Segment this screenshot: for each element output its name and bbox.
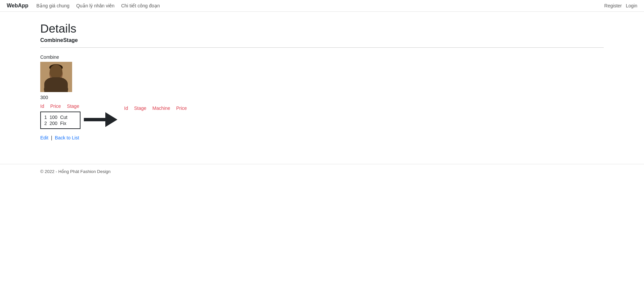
arrow-container [84, 113, 117, 126]
content-area: Combine [40, 54, 604, 140]
stage-price-1: 100 [50, 114, 60, 120]
stage-id-1: 1 [44, 114, 50, 120]
table-row: 2 200 Fix [44, 120, 70, 126]
svg-point-5 [52, 73, 54, 74]
nav-auth: Register Login [604, 3, 637, 8]
right-header-stage: Stage [134, 105, 147, 111]
nav-bang-gia-chung[interactable]: Bảng giá chung [37, 3, 70, 8]
combine-label: Combine [40, 54, 604, 60]
divider [40, 47, 604, 48]
action-links: Edit | Back to List [40, 135, 604, 140]
svg-rect-2 [54, 77, 59, 82]
header-stage: Stage [67, 103, 79, 109]
svg-marker-9 [56, 81, 65, 92]
stage-price-2: 200 [50, 120, 60, 126]
footer: © 2022 - Hồng Phát Fashion Design [0, 164, 644, 179]
register-link[interactable]: Register [604, 3, 622, 8]
svg-point-6 [58, 73, 60, 74]
stage-id-2: 2 [44, 120, 50, 126]
header-id: Id [40, 103, 44, 109]
page-title: Details [40, 22, 604, 35]
right-red-headers: Id Stage Machine Price [124, 105, 187, 111]
svg-point-4 [49, 64, 63, 71]
combine-image [40, 62, 72, 92]
svg-marker-8 [47, 81, 56, 92]
right-header-price: Price [176, 105, 187, 111]
right-header-id: Id [124, 105, 128, 111]
nav-quan-ly-nhan-vien[interactable]: Quản lý nhân viên [76, 3, 114, 8]
stages-box: 1 100 Cut 2 200 Fix [40, 112, 80, 129]
page-subtitle: CombineStage [40, 37, 604, 43]
left-section: 300 Id Price Stage 1 100 Cut [40, 62, 80, 129]
arrow-head [105, 112, 117, 127]
svg-point-3 [49, 67, 63, 81]
main-container: Details CombineStage Combine [0, 12, 644, 151]
login-link[interactable]: Login [626, 3, 637, 8]
edit-link[interactable]: Edit [40, 135, 48, 140]
direction-arrow [84, 113, 117, 126]
stages-table: 1 100 Cut 2 200 Fix [44, 114, 70, 126]
navbar: WebApp Bảng giá chung Quản lý nhân viên … [0, 0, 644, 12]
separator: | [51, 135, 52, 140]
right-header-machine: Machine [152, 105, 170, 111]
table-row: 1 100 Cut [44, 114, 70, 120]
stage-name-2: Fix [60, 120, 70, 126]
svg-point-1 [44, 82, 68, 92]
back-to-list-link[interactable]: Back to List [55, 135, 79, 140]
svg-marker-7 [55, 81, 57, 87]
left-red-headers: Id Price Stage [40, 103, 80, 109]
stage-name-1: Cut [60, 114, 70, 120]
footer-text: © 2022 - Hồng Phát Fashion Design [40, 169, 111, 174]
right-section: Id Stage Machine Price [124, 105, 187, 111]
arrow-body [84, 118, 105, 121]
brand-logo: WebApp [7, 3, 29, 9]
header-price: Price [50, 103, 61, 109]
nav-links: Bảng giá chung Quản lý nhân viên Chi tiế… [37, 3, 604, 8]
svg-rect-0 [40, 62, 72, 92]
price-value: 300 [40, 95, 80, 100]
nav-chi-tiet-cong-doan[interactable]: Chi tiết công đoạn [121, 3, 160, 8]
